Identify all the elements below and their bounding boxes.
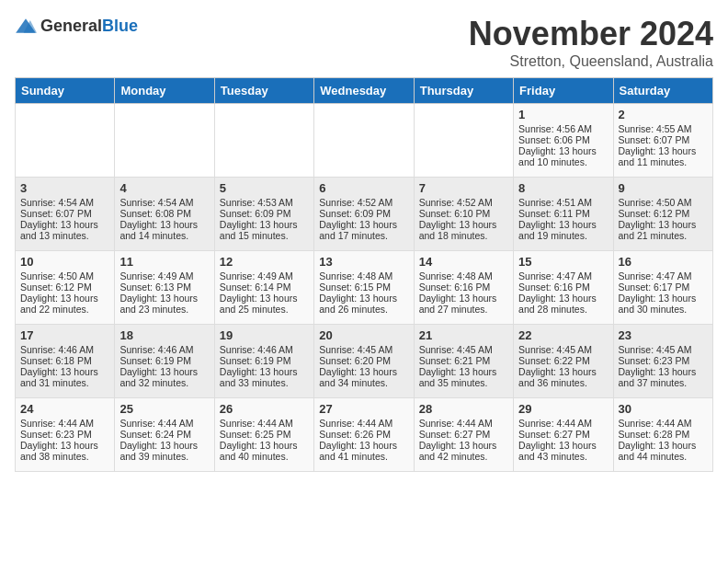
calendar-cell: 26Sunrise: 4:44 AMSunset: 6:25 PMDayligh… — [214, 398, 313, 472]
calendar-cell: 22Sunrise: 4:45 AMSunset: 6:22 PMDayligh… — [514, 325, 613, 398]
sunset: Sunset: 6:23 PM — [20, 429, 92, 440]
sunset: Sunset: 6:08 PM — [119, 208, 191, 219]
sunrise: Sunrise: 4:48 AM — [319, 270, 392, 282]
sunset: Sunset: 6:25 PM — [220, 429, 291, 440]
header-day-sunday: Sunday — [16, 78, 115, 104]
day-number: 14 — [419, 255, 508, 269]
day-number: 20 — [319, 328, 408, 342]
sunrise: Sunrise: 4:56 AM — [518, 123, 592, 134]
sunrise: Sunrise: 4:54 AM — [119, 197, 193, 208]
day-number: 29 — [518, 402, 608, 416]
header-day-wednesday: Wednesday — [314, 78, 414, 104]
calendar-table: SundayMondayTuesdayWednesdayThursdayFrid… — [15, 77, 713, 472]
sunset: Sunset: 6:07 PM — [20, 208, 92, 219]
sunset: Sunset: 6:13 PM — [119, 282, 191, 293]
calendar-cell: 28Sunrise: 4:44 AMSunset: 6:27 PMDayligh… — [414, 398, 513, 472]
month-title: November 2024 — [469, 15, 713, 53]
sunrise: Sunrise: 4:49 AM — [119, 270, 193, 282]
daylight: Daylight: 13 hours and 37 minutes. — [619, 366, 697, 388]
calendar-cell: 29Sunrise: 4:44 AMSunset: 6:27 PMDayligh… — [514, 398, 613, 472]
day-number: 18 — [119, 328, 209, 342]
daylight: Daylight: 13 hours and 27 minutes. — [419, 293, 497, 315]
title-section: November 2024 Stretton, Queensland, Aust… — [469, 15, 713, 70]
day-number: 17 — [20, 328, 109, 342]
daylight: Daylight: 13 hours and 40 minutes. — [220, 440, 298, 462]
daylight: Daylight: 13 hours and 14 minutes. — [119, 219, 198, 241]
daylight: Daylight: 13 hours and 38 minutes. — [20, 440, 98, 462]
daylight: Daylight: 13 hours and 17 minutes. — [319, 219, 397, 241]
daylight: Daylight: 13 hours and 26 minutes. — [319, 293, 397, 315]
calendar-cell: 8Sunrise: 4:51 AMSunset: 6:11 PMDaylight… — [514, 178, 613, 251]
logo-text-general: General — [40, 17, 102, 35]
day-number: 22 — [518, 328, 608, 342]
sunset: Sunset: 6:22 PM — [518, 355, 590, 366]
sunrise: Sunrise: 4:44 AM — [20, 418, 94, 429]
sunrise: Sunrise: 4:51 AM — [518, 197, 592, 208]
sunrise: Sunrise: 4:50 AM — [619, 197, 692, 208]
sunset: Sunset: 6:20 PM — [319, 355, 391, 366]
daylight: Daylight: 13 hours and 23 minutes. — [119, 293, 198, 315]
calendar-body: 1Sunrise: 4:56 AMSunset: 6:06 PMDaylight… — [16, 104, 713, 472]
calendar-cell: 19Sunrise: 4:46 AMSunset: 6:19 PMDayligh… — [214, 325, 313, 398]
calendar-cell: 27Sunrise: 4:44 AMSunset: 6:26 PMDayligh… — [314, 398, 414, 472]
day-number: 11 — [119, 255, 209, 269]
daylight: Daylight: 13 hours and 21 minutes. — [619, 219, 697, 241]
week-row-5: 24Sunrise: 4:44 AMSunset: 6:23 PMDayligh… — [16, 398, 713, 472]
daylight: Daylight: 13 hours and 31 minutes. — [20, 366, 98, 388]
calendar-cell: 15Sunrise: 4:47 AMSunset: 6:16 PMDayligh… — [514, 251, 613, 325]
sunrise: Sunrise: 4:45 AM — [619, 344, 692, 355]
sunset: Sunset: 6:19 PM — [220, 355, 291, 366]
sunrise: Sunrise: 4:49 AM — [220, 270, 293, 282]
day-number: 26 — [220, 402, 309, 416]
daylight: Daylight: 13 hours and 39 minutes. — [119, 440, 198, 462]
sunset: Sunset: 6:12 PM — [20, 282, 92, 293]
daylight: Daylight: 13 hours and 30 minutes. — [619, 293, 697, 315]
daylight: Daylight: 13 hours and 11 minutes. — [619, 145, 697, 167]
sunrise: Sunrise: 4:46 AM — [20, 344, 94, 355]
sunset: Sunset: 6:11 PM — [518, 208, 590, 219]
daylight: Daylight: 13 hours and 44 minutes. — [619, 440, 697, 462]
daylight: Daylight: 13 hours and 15 minutes. — [220, 219, 298, 241]
sunrise: Sunrise: 4:46 AM — [220, 344, 293, 355]
calendar-cell: 16Sunrise: 4:47 AMSunset: 6:17 PMDayligh… — [613, 251, 712, 325]
sunset: Sunset: 6:15 PM — [319, 282, 391, 293]
calendar-cell: 1Sunrise: 4:56 AMSunset: 6:06 PMDaylight… — [514, 104, 613, 178]
calendar-cell — [414, 104, 513, 178]
sunset: Sunset: 6:14 PM — [220, 282, 291, 293]
calendar-cell: 21Sunrise: 4:45 AMSunset: 6:21 PMDayligh… — [414, 325, 513, 398]
calendar-cell — [214, 104, 313, 178]
sunrise: Sunrise: 4:52 AM — [319, 197, 392, 208]
sunset: Sunset: 6:09 PM — [319, 208, 391, 219]
sunset: Sunset: 6:24 PM — [119, 429, 191, 440]
calendar-cell: 14Sunrise: 4:48 AMSunset: 6:16 PMDayligh… — [414, 251, 513, 325]
sunset: Sunset: 6:16 PM — [518, 282, 590, 293]
sunrise: Sunrise: 4:44 AM — [518, 418, 592, 429]
sunset: Sunset: 6:06 PM — [518, 134, 590, 145]
sunrise: Sunrise: 4:46 AM — [119, 344, 193, 355]
sunrise: Sunrise: 4:44 AM — [119, 418, 193, 429]
daylight: Daylight: 13 hours and 36 minutes. — [518, 366, 597, 388]
day-number: 5 — [220, 181, 309, 195]
calendar-cell: 30Sunrise: 4:44 AMSunset: 6:28 PMDayligh… — [613, 398, 712, 472]
calendar-cell: 13Sunrise: 4:48 AMSunset: 6:15 PMDayligh… — [314, 251, 414, 325]
calendar-cell: 17Sunrise: 4:46 AMSunset: 6:18 PMDayligh… — [16, 325, 115, 398]
week-row-4: 17Sunrise: 4:46 AMSunset: 6:18 PMDayligh… — [16, 325, 713, 398]
day-number: 7 — [419, 181, 508, 195]
calendar-cell: 6Sunrise: 4:52 AMSunset: 6:09 PMDaylight… — [314, 178, 414, 251]
calendar-cell: 5Sunrise: 4:53 AMSunset: 6:09 PMDaylight… — [214, 178, 313, 251]
calendar-cell — [314, 104, 414, 178]
daylight: Daylight: 13 hours and 18 minutes. — [419, 219, 497, 241]
daylight: Daylight: 13 hours and 43 minutes. — [518, 440, 597, 462]
daylight: Daylight: 13 hours and 42 minutes. — [419, 440, 497, 462]
sunset: Sunset: 6:27 PM — [419, 429, 491, 440]
daylight: Daylight: 13 hours and 41 minutes. — [319, 440, 397, 462]
calendar-cell: 3Sunrise: 4:54 AMSunset: 6:07 PMDaylight… — [16, 178, 115, 251]
sunrise: Sunrise: 4:44 AM — [319, 418, 392, 429]
sunrise: Sunrise: 4:52 AM — [419, 197, 493, 208]
calendar-cell: 24Sunrise: 4:44 AMSunset: 6:23 PMDayligh… — [16, 398, 115, 472]
day-number: 15 — [518, 255, 608, 269]
sunset: Sunset: 6:12 PM — [619, 208, 690, 219]
daylight: Daylight: 13 hours and 28 minutes. — [518, 293, 597, 315]
logo-text-blue: Blue — [102, 17, 138, 35]
calendar-cell: 9Sunrise: 4:50 AMSunset: 6:12 PMDaylight… — [613, 178, 712, 251]
